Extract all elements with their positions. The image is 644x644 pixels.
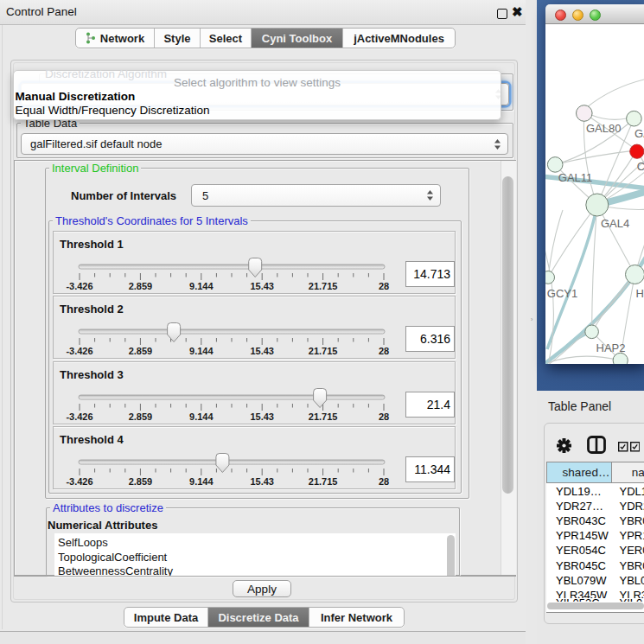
- svg-text:GAL11: GAL11: [558, 171, 593, 184]
- svg-text:2.859: 2.859: [129, 346, 153, 356]
- svg-text:15.43: 15.43: [250, 411, 274, 422]
- svg-text:21.715: 21.715: [309, 411, 338, 422]
- svg-text:GAL4: GAL4: [601, 217, 629, 230]
- svg-text:-3.426: -3.426: [66, 476, 92, 487]
- svg-text:9.144: 9.144: [189, 476, 214, 487]
- svg-text:15.43: 15.43: [250, 476, 274, 487]
- svg-text:21.715: 21.715: [309, 281, 338, 291]
- svg-text:-3.426: -3.426: [66, 411, 92, 422]
- svg-text:-3.426: -3.426: [66, 281, 92, 291]
- svg-text:GAL80: GAL80: [586, 122, 621, 135]
- svg-text:28: 28: [379, 281, 389, 291]
- svg-text:GAL7: GAL7: [634, 127, 644, 140]
- svg-text:2.859: 2.859: [129, 411, 153, 422]
- svg-text:CYC1: CYC1: [637, 160, 644, 173]
- svg-text:15.43: 15.43: [250, 346, 274, 356]
- svg-text:HAP2: HAP2: [596, 341, 626, 354]
- svg-text:GCY1: GCY1: [547, 287, 577, 300]
- svg-text:-3.426: -3.426: [66, 346, 92, 356]
- svg-text:9.144: 9.144: [189, 281, 214, 291]
- svg-text:28: 28: [379, 346, 389, 356]
- svg-text:28: 28: [379, 476, 389, 487]
- svg-text:2.859: 2.859: [129, 476, 153, 487]
- svg-text:21.715: 21.715: [309, 346, 338, 356]
- svg-text:28: 28: [379, 411, 389, 422]
- svg-text:9.144: 9.144: [189, 411, 214, 422]
- svg-text:15.43: 15.43: [250, 281, 274, 291]
- svg-text:HIS4: HIS4: [636, 287, 644, 300]
- svg-text:21.715: 21.715: [309, 476, 338, 487]
- svg-text:2.859: 2.859: [129, 281, 153, 291]
- svg-text:9.144: 9.144: [189, 346, 214, 356]
